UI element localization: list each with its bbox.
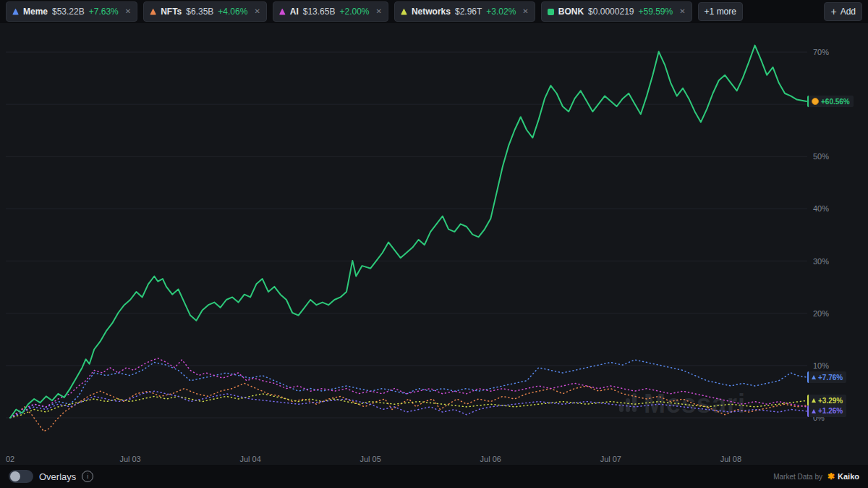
chip-networks-change: +3.02% [486, 7, 516, 17]
meme-triangle-icon [12, 9, 19, 15]
chip-bonk[interactable]: BONK $0.0000219 +59.59% ✕ [541, 1, 692, 22]
add-button-label: Add [841, 7, 856, 17]
x-axis-label: 02 [6, 455, 14, 463]
x-axis-label: Jul 03 [119, 455, 140, 463]
chip-nfts[interactable]: NFTs $6.35B +4.06% ✕ [143, 1, 267, 22]
chip-nfts-name: NFTs [161, 7, 182, 17]
footer-bar: Overlays i Market Data by ✱ Kaiko [0, 465, 868, 488]
close-icon[interactable]: ✕ [252, 8, 260, 15]
overlays-toggle[interactable] [9, 470, 33, 483]
overlays-label: Overlays [39, 471, 76, 482]
y-axis-label: 10% [813, 361, 829, 370]
networks-triangle-icon [401, 9, 407, 15]
add-button[interactable]: + Add [824, 2, 862, 21]
chip-bonk-name: BONK [558, 7, 584, 17]
info-icon[interactable]: i [82, 471, 93, 482]
chip-networks[interactable]: Networks $2.96T +3.02% ✕ [394, 1, 535, 22]
chip-meme-value: $53.22B [52, 7, 85, 17]
x-axis-label: Jul 05 [360, 455, 381, 463]
chip-networks-value: $2.96T [455, 7, 482, 17]
chip-ai-change: +2.00% [339, 7, 369, 17]
y-axis-label: 0% [813, 413, 825, 422]
y-axis-label: 50% [813, 152, 829, 161]
chip-bonk-value: $0.0000219 [588, 7, 634, 17]
chip-networks-name: Networks [412, 7, 451, 17]
x-axis-label: Jul 08 [720, 455, 741, 463]
kaiko-logo[interactable]: ✱ Kaiko [827, 472, 859, 481]
chip-meme-change: +7.63% [89, 7, 119, 17]
chip-nfts-change: +4.06% [218, 7, 247, 17]
toggle-knob [10, 471, 20, 481]
x-axis-label: Jul 06 [480, 455, 501, 463]
close-icon[interactable]: ✕ [677, 8, 685, 15]
chip-ai[interactable]: AI $13.65B +2.00% ✕ [273, 1, 388, 22]
nfts-triangle-icon [150, 9, 156, 15]
market-data-by-label: Market Data by [773, 473, 822, 481]
series-line-hidden [10, 391, 807, 418]
chip-nfts-value: $6.35B [186, 7, 213, 17]
chart-area: Messari 0%10%20%30%40%50%60%70%02Jul 03J… [0, 23, 868, 465]
chip-ai-name: AI [290, 7, 299, 17]
chip-bonk-change: +59.59% [639, 7, 673, 17]
y-axis-label: 60% [813, 100, 829, 109]
asset-chips-bar: Meme $53.22B +7.63% ✕ NFTs $6.35B +4.06%… [0, 0, 868, 23]
y-axis-label: 70% [813, 48, 829, 56]
close-icon[interactable]: ✕ [123, 8, 131, 15]
series-line-ai [10, 358, 807, 418]
chip-ai-value: $13.65B [303, 7, 336, 17]
kaiko-label: Kaiko [838, 472, 859, 481]
x-axis-label: Jul 04 [239, 455, 260, 463]
x-axis-label: Jul 07 [600, 455, 621, 463]
chart-canvas[interactable]: 0%10%20%30%40%50%60%70%02Jul 03Jul 04Jul… [0, 23, 868, 465]
close-icon[interactable]: ✕ [374, 8, 382, 15]
y-axis-label: 30% [813, 257, 829, 266]
y-axis-label: 40% [813, 204, 829, 213]
series-line-networks [10, 394, 807, 418]
bonk-square-icon [548, 9, 554, 15]
close-icon[interactable]: ✕ [520, 8, 528, 15]
chip-meme-name: Meme [23, 7, 48, 17]
ai-triangle-icon [279, 9, 286, 15]
chip-meme[interactable]: Meme $53.22B +7.63% ✕ [6, 1, 137, 22]
kaiko-mark-icon: ✱ [827, 472, 835, 481]
more-overlays-button[interactable]: +1 more [698, 2, 743, 21]
plus-icon: + [830, 7, 836, 17]
series-line-bonk [10, 46, 807, 418]
y-axis-label: 20% [813, 309, 829, 318]
